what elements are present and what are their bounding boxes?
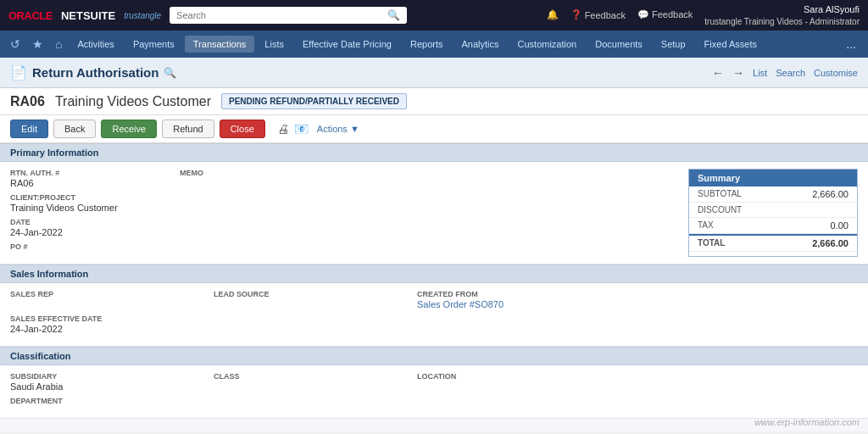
email-icon[interactable]: 📧 [294,122,309,136]
created-from-link[interactable]: Sales Order #SO870 [417,299,570,309]
back-button[interactable]: Back [53,120,96,138]
netsuite-logo: NETSUITE [61,9,115,22]
page-search-icon[interactable]: 🔍 [164,67,176,79]
sales-eff-date-row: SALES EFFECTIVE DATE 24-Jan-2022 [10,314,858,334]
content-area: Primary Information RTN. AUTH. # RA06 ME… [0,143,868,431]
classification-header: Classification [0,347,868,365]
prev-record-icon[interactable]: ← [712,66,724,80]
list-link[interactable]: List [753,68,767,78]
page-title: Return Authorisation [32,65,159,80]
primary-info-section: Primary Information RTN. AUTH. # RA06 ME… [0,143,868,264]
user-role: trustangle Training Videos - Administrat… [704,16,860,27]
refund-button[interactable]: Refund [162,120,214,138]
po-row: PO # [10,242,671,252]
sales-info-header: Sales Information [0,264,868,283]
primary-info-body: RTN. AUTH. # RA06 MEMO CLIENT:PROJECT Tr… [0,162,868,264]
receive-button[interactable]: Receive [101,120,157,138]
nav-back-icon[interactable]: ↺ [5,34,25,54]
nav-home-icon[interactable]: ⌂ [50,34,67,54]
rtn-auth-field: RTN. AUTH. # RA06 [10,169,163,188]
next-record-icon[interactable]: → [732,66,744,80]
nav-effective-date-pricing[interactable]: Effective Date Pricing [294,36,400,53]
lead-source-field: LEAD SOURCE [214,290,400,309]
subsidiary-field: SUBSIDIARY Saudi Arabia [10,372,197,392]
po-field: PO # [10,242,163,252]
watermark: www.erp-information.com [754,417,860,427]
nav-more-icon[interactable]: ... [839,34,863,54]
actions-dropdown[interactable]: Actions ▼ [317,124,359,134]
return-auth-icon: 📄 [10,64,27,81]
global-search-bar: 🔍 [170,7,407,24]
nav-lists[interactable]: Lists [256,36,292,53]
total-row: TOTAL 2,666.00 [689,234,857,252]
customise-link[interactable]: Customise [814,68,858,78]
department-field: DEPARTMENT [10,397,163,406]
record-id: RA06 [10,94,45,109]
sales-info-body: SALES REP LEAD SOURCE CREATED FROM Sales… [0,283,868,347]
nav-activities[interactable]: Activities [69,36,122,53]
subtotal-row: SUBTOTAL 2,666.00 [689,186,857,203]
memo-field: MEMO [180,169,434,188]
nav-setup[interactable]: Setup [653,36,694,53]
print-icons: 🖨 📧 [277,122,309,136]
top-bar-right: 🔔 ❓ Feedback 💬 Feedback Sara AlSyoufi tr… [547,3,860,26]
top-bar: ORACLE NETSUITE trustangle 🔍 🔔 ❓ Feedbac… [0,0,868,31]
location-field: LOCATION [417,372,570,392]
classification-body: SUBSIDIARY Saudi Arabia CLASS LOCATION D… [0,365,868,419]
user-name: Sara AlSyoufi [704,3,860,15]
print-icon[interactable]: 🖨 [277,122,289,136]
summary-title: Summary [689,170,857,186]
search-icon: 🔍 [387,9,400,21]
classification-section: Classification SUBSIDIARY Saudi Arabia C… [0,347,868,419]
rtn-auth-row: RTN. AUTH. # RA06 MEMO [10,169,671,188]
date-row: DATE 24-Jan-2022 [10,218,671,237]
sales-rep-field: SALES REP [10,290,197,309]
oracle-logo: ORACLE [8,9,53,22]
sales-info-section: Sales Information SALES REP LEAD SOURCE … [0,264,868,347]
client-field: CLIENT:PROJECT Training Videos Customer [10,193,163,213]
nav-documents[interactable]: Documents [587,36,651,53]
record-title-bar: RA06 Training Videos Customer PENDING RE… [0,88,868,115]
discount-row: DISCOUNT [689,203,857,218]
edit-button[interactable]: Edit [10,120,48,138]
primary-fields: RTN. AUTH. # RA06 MEMO CLIENT:PROJECT Tr… [10,169,671,257]
nav-transactions[interactable]: Transactions [185,36,255,53]
subsidiary-row: SUBSIDIARY Saudi Arabia CLASS LOCATION [10,372,858,392]
department-row: DEPARTMENT [10,397,858,406]
nav-star-icon[interactable]: ★ [27,34,48,54]
nav-fixed-assets[interactable]: Fixed Assets [696,36,765,53]
page-header: 📄 Return Authorisation 🔍 ← → List Search… [0,58,868,88]
tax-row: TAX 0.00 [689,218,857,234]
nav-bar: ↺ ★ ⌂ Activities Payments Transactions L… [0,31,868,58]
client-row: CLIENT:PROJECT Training Videos Customer [10,193,671,213]
search-link[interactable]: Search [776,68,805,78]
class-field: CLASS [214,372,400,392]
record-name: Training Videos Customer [55,94,211,109]
date-field: DATE 24-Jan-2022 [10,218,163,237]
nav-analytics[interactable]: Analytics [453,36,507,53]
primary-info-header: Primary Information [0,143,868,162]
close-button[interactable]: Close [220,120,265,138]
summary-box: Summary SUBTOTAL 2,666.00 DISCOUNT TAX 0… [688,169,858,257]
global-search-input[interactable] [176,10,383,20]
user-info: Sara AlSyoufi trustangle Training Videos… [704,3,860,26]
sales-eff-date-field: SALES EFFECTIVE DATE 24-Jan-2022 [10,314,163,334]
created-from-field: CREATED FROM Sales Order #SO870 [417,290,570,309]
sales-rep-row: SALES REP LEAD SOURCE CREATED FROM Sales… [10,290,858,309]
help-icon[interactable]: ❓ Feedback [570,9,626,20]
nav-reports[interactable]: Reports [402,36,452,53]
notifications-icon[interactable]: 🔔 [547,9,559,20]
feedback-icon[interactable]: 💬 Feedback [637,9,693,20]
page-header-nav: ← → List Search Customise [712,66,858,80]
nav-customization[interactable]: Customization [509,36,586,53]
action-bar: Edit Back Receive Refund Close 🖨 📧 Actio… [0,115,868,143]
trustangle-badge: trustangle [124,11,161,20]
nav-payments[interactable]: Payments [125,36,183,53]
status-badge: PENDING REFUND/PARTIALLY RECEIVED [221,93,407,109]
dropdown-chevron-icon: ▼ [350,124,359,134]
